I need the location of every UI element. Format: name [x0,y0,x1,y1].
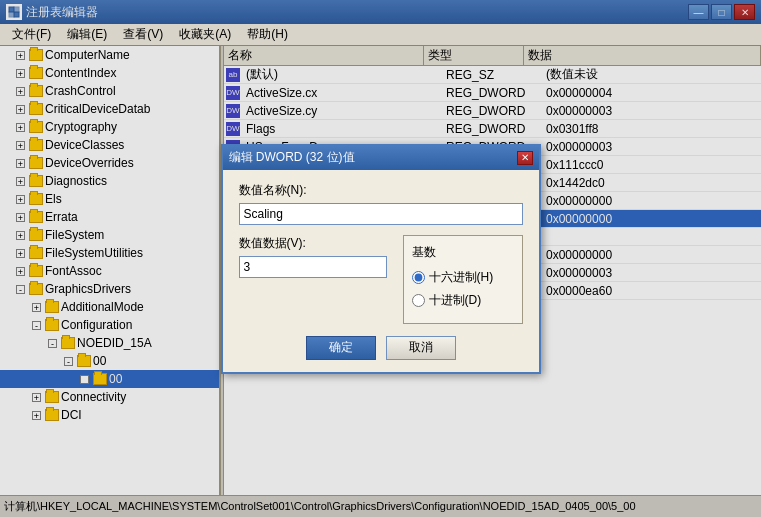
cancel-button[interactable]: 取消 [386,336,456,360]
base-label: 基数 [412,244,514,261]
dialog-row: 数值数据(V): 基数 十六进制(H) 十进制(D) [239,235,523,324]
value-data-label: 数值数据(V): [239,235,387,252]
value-name-input[interactable] [239,203,523,225]
hex-radio[interactable] [412,271,425,284]
dialog-close-button[interactable]: ✕ [517,151,533,165]
dialog-left: 数值数据(V): [239,235,387,324]
value-data-input[interactable] [239,256,387,278]
dialog-title-text: 编辑 DWORD (32 位)值 [229,149,355,166]
hex-radio-item[interactable]: 十六进制(H) [412,269,514,286]
dec-radio[interactable] [412,294,425,307]
edit-dword-dialog: 编辑 DWORD (32 位)值 ✕ 数值名称(N): 数值数据(V): 基数 … [221,144,541,374]
dialog-buttons: 确定 取消 [239,336,523,360]
confirm-button[interactable]: 确定 [306,336,376,360]
hex-label: 十六进制(H) [429,269,494,286]
dialog-title-bar: 编辑 DWORD (32 位)值 ✕ [223,146,539,170]
dialog-body: 数值名称(N): 数值数据(V): 基数 十六进制(H) 十进制(D) [223,170,539,372]
modal-overlay: 编辑 DWORD (32 位)值 ✕ 数值名称(N): 数值数据(V): 基数 … [0,0,761,517]
dec-label: 十进制(D) [429,292,482,309]
dialog-right: 基数 十六进制(H) 十进制(D) [403,235,523,324]
dec-radio-item[interactable]: 十进制(D) [412,292,514,309]
value-name-label: 数值名称(N): [239,182,523,199]
